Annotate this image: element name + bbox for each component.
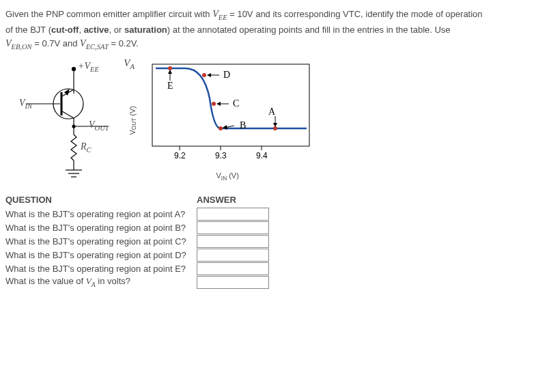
question-e: What is the BJT's operating region at po… — [5, 264, 197, 274]
svg-marker-33 — [273, 123, 277, 127]
question-c: What is the BJT's operating region at po… — [5, 236, 197, 247]
svg-text:9.2: 9.2 — [174, 151, 186, 160]
vout-label: VOUT — [89, 120, 109, 132]
va-axis-label: VA — [124, 57, 135, 70]
svg-point-21 — [212, 102, 216, 106]
svg-point-22 — [219, 126, 223, 130]
question-prompt: Given the PNP common emitter amplifier c… — [5, 7, 529, 53]
rc-label: RC — [81, 141, 92, 154]
header-answer: ANSWER — [197, 195, 236, 205]
prompt-text: Given the PNP common emitter amplifier c… — [5, 9, 212, 19]
header-question: QUESTION — [5, 195, 197, 205]
svg-text:C: C — [233, 98, 239, 109]
svg-text:9.3: 9.3 — [215, 151, 227, 160]
vtc-plot-container: VOUT (V) VA — [128, 60, 316, 182]
answer-a-input[interactable] — [197, 208, 269, 221]
table-row: What is the BJT's operating region at po… — [5, 208, 529, 221]
svg-text:A: A — [268, 107, 276, 117]
vtc-plot: E D C B A 9.2 9.3 9.4 — [139, 60, 316, 169]
svg-line-5 — [62, 111, 74, 118]
question-va: What is the value of VA in volts? — [5, 276, 197, 288]
svg-rect-15 — [152, 64, 309, 146]
table-row: What is the BJT's operating region at po… — [5, 262, 529, 275]
answer-table: QUESTION ANSWER What is the BJT's operat… — [5, 195, 529, 289]
vtc-ylabel: VOUT (V) — [128, 106, 137, 135]
svg-point-0 — [72, 67, 76, 70]
answer-e-input[interactable] — [197, 262, 269, 275]
table-row: What is the value of VA in volts? — [5, 276, 529, 289]
circuit-diagram: +VEE VIN VOUT RC — [19, 59, 122, 182]
question-b: What is the BJT's operating region at po… — [5, 223, 197, 233]
svg-marker-25 — [168, 70, 172, 74]
answer-va-input[interactable] — [197, 276, 269, 289]
svg-marker-27 — [207, 73, 211, 77]
vee-label: +VEE — [78, 61, 99, 73]
vtc-xlabel: VIN (V) — [139, 171, 316, 182]
vin-label: VIN — [19, 98, 32, 110]
svg-point-10 — [72, 125, 75, 128]
svg-text:B: B — [240, 120, 246, 130]
svg-text:E: E — [167, 81, 173, 91]
answer-c-input[interactable] — [197, 235, 269, 248]
svg-text:9.4: 9.4 — [256, 151, 268, 160]
svg-marker-29 — [216, 102, 221, 106]
table-row: What is the BJT's operating region at po… — [5, 249, 529, 262]
table-row: What is the BJT's operating region at po… — [5, 221, 529, 234]
answer-b-input[interactable] — [197, 221, 269, 234]
answer-d-input[interactable] — [197, 249, 269, 262]
question-d: What is the BJT's operating region at po… — [5, 250, 197, 260]
svg-text:D: D — [223, 70, 230, 80]
svg-point-20 — [202, 73, 206, 77]
table-row: What is the BJT's operating region at po… — [5, 235, 529, 248]
question-a: What is the BJT's operating region at po… — [5, 209, 197, 219]
